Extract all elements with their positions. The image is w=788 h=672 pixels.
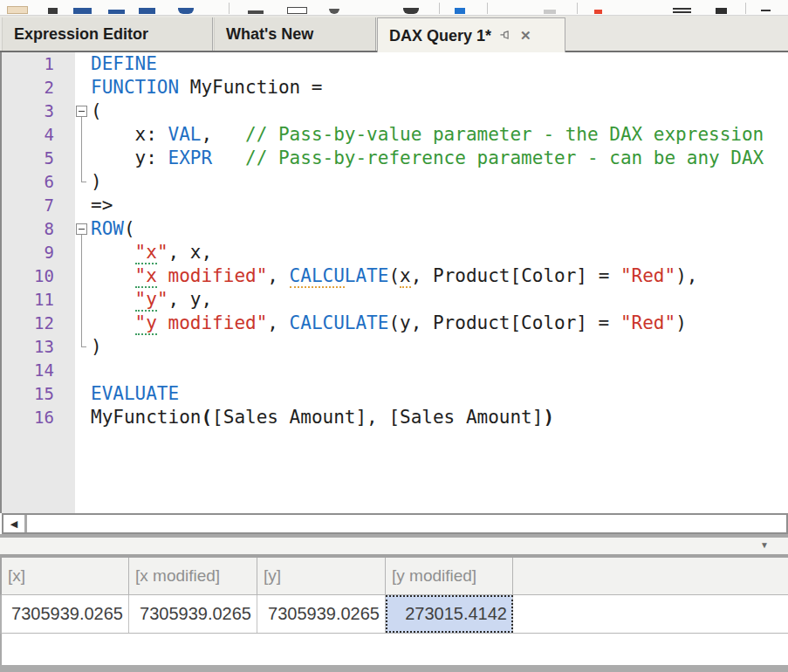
bottom-strip [0, 665, 788, 672]
code-token [212, 147, 245, 168]
fold-line [81, 287, 82, 312]
results-pane-strip: ▼ [0, 538, 788, 554]
folder-icon-fragment[interactable] [7, 6, 28, 14]
code-line-7[interactable]: 7=> [2, 194, 788, 217]
code-line-11[interactable]: 11 "y", y, [2, 288, 788, 312]
code-line-14[interactable]: 14 [2, 359, 788, 382]
line-number: 13 [2, 335, 75, 359]
fold-line [81, 264, 82, 289]
line-number: 15 [2, 382, 75, 406]
fold-margin [75, 359, 91, 382]
horizontal-scrollbar[interactable]: ◀ [2, 513, 788, 534]
column-header-1[interactable]: [x] [2, 558, 129, 594]
theme-icon-fragment[interactable] [716, 8, 727, 14]
result-cell-1[interactable]: 7305939.0265 [2, 595, 129, 633]
paste-icon-fragment[interactable] [48, 8, 58, 14]
code-lines: 1DEFINE2FUNCTION MyFunction =3(4 x: VAL,… [2, 52, 788, 429]
collapse-box-icon[interactable] [76, 106, 87, 117]
tab-whats-new[interactable]: What's New [214, 17, 376, 51]
fold-marker-mid [75, 241, 91, 264]
code-text: FUNCTION MyFunction = [91, 76, 323, 99]
code-line-13[interactable]: 13) [2, 335, 788, 359]
pin-icon[interactable] [499, 28, 512, 43]
line-number: 5 [2, 147, 75, 170]
code-line-5[interactable]: 5 y: EXPR // Pass-by-reference parameter… [2, 147, 788, 170]
code-token [91, 242, 135, 263]
connect-icon-fragment[interactable] [178, 8, 194, 14]
code-token: ) [91, 171, 102, 192]
minus-icon-fragment[interactable] [761, 10, 771, 11]
tab-expression-editor[interactable]: Expression Editor [2, 17, 213, 51]
code-token: , Product[Color] = [411, 265, 620, 286]
red-icon-fragment[interactable] [594, 10, 602, 14]
fold-line-end [82, 346, 86, 347]
column-header-4[interactable]: [y modified] [386, 558, 513, 594]
code-line-12[interactable]: 12 "y modified", CALCULATE(y, Product[Co… [2, 312, 788, 335]
code-text: "y", y, [91, 288, 212, 312]
line-number: 9 [2, 241, 75, 264]
code-token [91, 265, 135, 286]
query-editor[interactable]: 1DEFINE2FUNCTION MyFunction =3(4 x: VAL,… [0, 52, 788, 513]
fold-marker-start[interactable] [75, 217, 91, 241]
fold-line [81, 169, 82, 182]
code-token: , x, [168, 242, 213, 263]
fold-marker-start[interactable] [75, 99, 91, 123]
column-header-3[interactable]: [y] [257, 558, 386, 594]
code-line-9[interactable]: 9 "x", x, [2, 241, 788, 264]
cancel-icon-fragment[interactable] [108, 10, 125, 14]
code-line-6[interactable]: 6) [2, 170, 788, 194]
code-token: ( [91, 100, 102, 121]
code-token: ROW [91, 218, 124, 239]
code-token: // Pass-by-reference parameter - can be … [245, 147, 764, 168]
code-token: CALCULATE [290, 312, 389, 333]
code-token [91, 312, 135, 333]
code-line-3[interactable]: 3( [2, 99, 788, 123]
result-cell-3[interactable]: 7305939.0265 [257, 595, 386, 633]
fold-margin [75, 406, 91, 429]
fold-marker-mid [75, 123, 91, 147]
code-token: (y, Product[Color] = [388, 312, 620, 333]
output-icon-fragment[interactable] [139, 8, 155, 14]
code-line-15[interactable]: 15EVALUATE [2, 382, 788, 406]
list-icon-fragment[interactable] [673, 8, 691, 10]
fold-marker-mid [75, 264, 91, 288]
code-line-4[interactable]: 4 x: VAL, // Pass-by-value parameter - t… [2, 123, 788, 147]
clock-icon-fragment[interactable] [329, 9, 339, 14]
format-icon-fragment[interactable] [403, 8, 419, 14]
window-icon-fragment[interactable] [287, 7, 307, 14]
collapse-box-icon[interactable] [76, 223, 87, 235]
run-icon-fragment[interactable] [73, 8, 92, 14]
code-token: ), [675, 265, 697, 286]
list-icon-fragment[interactable] [673, 11, 691, 13]
line-number: 3 [2, 99, 75, 123]
code-token: y: [91, 147, 168, 168]
code-text: ROW( [91, 217, 135, 241]
undo-icon-fragment[interactable] [248, 10, 264, 14]
result-cell-2[interactable]: 7305939.0265 [129, 595, 257, 633]
search-icon-fragment[interactable] [455, 8, 465, 14]
scroll-left-button[interactable]: ◀ [3, 515, 27, 532]
gray-icon-fragment[interactable] [544, 10, 556, 14]
code-line-2[interactable]: 2FUNCTION MyFunction = [2, 76, 788, 99]
code-line-8[interactable]: 8ROW( [2, 217, 788, 241]
column-header-2[interactable]: [x modified] [129, 558, 257, 594]
close-icon[interactable]: ✕ [520, 29, 531, 42]
code-text: MyFunction([Sales Amount], [Sales Amount… [91, 406, 554, 429]
code-line-16[interactable]: 16MyFunction([Sales Amount], [Sales Amou… [2, 406, 788, 429]
dropdown-arrow-icon[interactable]: ▼ [760, 540, 769, 551]
code-token [91, 289, 135, 310]
line-number: 4 [2, 123, 75, 147]
code-token: ( [124, 218, 135, 239]
toolbar-separator [439, 3, 440, 14]
code-text: "x", x, [91, 241, 212, 264]
tab-dax-query-1[interactable]: DAX Query 1* ✕ [377, 17, 565, 52]
code-token: , [267, 312, 289, 333]
line-number: 2 [2, 76, 75, 99]
toolbar-separator [577, 3, 578, 14]
result-cell-4[interactable]: 273015.4142 [386, 595, 513, 633]
code-token: CALCU [290, 265, 345, 288]
code-line-10[interactable]: 10 "x modified", CALCULATE(x, Product[Co… [2, 264, 788, 288]
code-token: "x [135, 242, 157, 264]
code-line-1[interactable]: 1DEFINE [2, 52, 788, 76]
code-text: DEFINE [91, 52, 157, 76]
